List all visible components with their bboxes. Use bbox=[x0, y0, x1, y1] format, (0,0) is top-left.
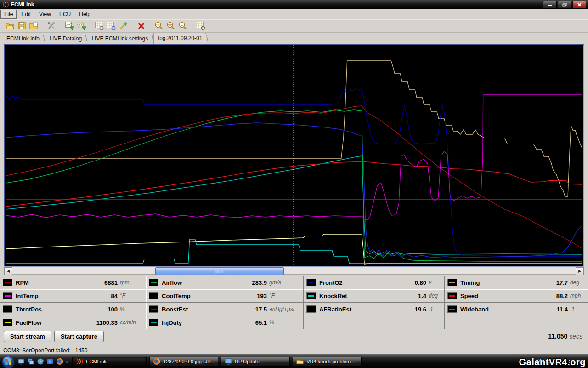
taskbar-button-hp-update[interactable]: HP Update bbox=[221, 356, 290, 367]
trace-rpm bbox=[6, 106, 582, 248]
param-unit: deg bbox=[429, 293, 441, 299]
color-swatch bbox=[3, 279, 12, 286]
graph-scrollbar[interactable]: ◀ ▒▒▒ ▶ bbox=[4, 267, 584, 275]
color-swatch bbox=[149, 292, 158, 299]
legend-cell-fronto2[interactable]: FrontO20.80v bbox=[304, 276, 445, 289]
param-unit: % bbox=[120, 306, 142, 312]
legend-cell-knockret[interactable]: KnockRet1.4deg bbox=[304, 289, 445, 303]
quicklaunch-overflow-chevron[interactable]: » bbox=[64, 359, 71, 364]
param-name: InjDuty bbox=[162, 319, 182, 326]
chart-config-icon[interactable] bbox=[93, 20, 105, 31]
param-value: 17.5 bbox=[188, 306, 267, 313]
param-name: FuelFlow bbox=[16, 319, 41, 326]
param-value: 283.9 bbox=[182, 279, 267, 286]
taskbar-button-label: 128742-0-0-0.jpg (JP... bbox=[163, 359, 214, 364]
ecmlink-icon bbox=[76, 358, 83, 365]
taskbar-button-label: ECMLink bbox=[86, 359, 107, 364]
color-swatch bbox=[149, 319, 158, 326]
param-name: IntTemp bbox=[16, 293, 39, 299]
param-unit: rpm bbox=[120, 279, 142, 286]
graph-canvas[interactable] bbox=[5, 45, 583, 266]
delete-icon[interactable] bbox=[135, 20, 147, 31]
tab-ecmlink-info[interactable]: ECMLink Info bbox=[2, 34, 43, 44]
scroll-left-button[interactable]: ◀ bbox=[4, 267, 12, 275]
legend-cell-timing[interactable]: Timing17.7deg bbox=[445, 276, 588, 289]
window-switcher-icon[interactable] bbox=[26, 356, 35, 367]
cursor-time-readout: 11.050 secs bbox=[548, 333, 582, 340]
start-button[interactable] bbox=[1, 355, 14, 368]
menu-edit[interactable]: Edit bbox=[17, 10, 34, 19]
legend-cell-injduty[interactable]: InjDuty65.1% bbox=[146, 316, 304, 329]
taskbar-button-ecmlink[interactable]: ECMLink bbox=[72, 356, 147, 367]
parameter-legend: RPM6881rpmAirflow283.9gm/sFrontO20.80vTi… bbox=[0, 276, 588, 329]
param-unit: °F bbox=[269, 293, 300, 299]
status-bar: COM3: SerOpenPort failed: : 1450 bbox=[0, 346, 588, 354]
title-bar: ECMLink bbox=[0, 0, 588, 9]
chart-settings-icon[interactable] bbox=[195, 20, 207, 31]
tab-strip: ECMLink Info\LIVE Datalog\LIVE ECMLink s… bbox=[0, 32, 588, 44]
legend-cell-inttemp[interactable]: IntTemp84°F bbox=[0, 289, 146, 303]
param-value: 1100.33 bbox=[41, 319, 118, 326]
scroll-right-button[interactable]: ▶ bbox=[576, 267, 584, 275]
taskbar-button-label: VR4 knock problem ... bbox=[306, 359, 356, 364]
close-button[interactable] bbox=[572, 1, 586, 9]
minimize-button[interactable] bbox=[543, 1, 557, 9]
wand-icon[interactable] bbox=[117, 20, 129, 31]
legend-cell-cooltemp[interactable]: CoolTemp193°F bbox=[146, 289, 304, 303]
start-stream-button[interactable]: Start stream bbox=[4, 331, 51, 342]
color-swatch bbox=[447, 305, 457, 313]
tab-live-ecmlink-settings[interactable]: LIVE ECMLink settings bbox=[87, 34, 152, 44]
param-unit: °F bbox=[120, 293, 142, 299]
param-unit: deg bbox=[570, 279, 584, 286]
taskbar-button-vr4-knock-problem[interactable]: VR4 knock problem ... bbox=[293, 356, 362, 367]
legend-cell-afratioest[interactable]: AFRatioEst19.6:1 bbox=[304, 303, 445, 316]
start-capture-button[interactable]: Start capture bbox=[54, 331, 104, 342]
param-unit: gm/s bbox=[269, 279, 300, 286]
cursor-time-unit: secs bbox=[569, 333, 582, 340]
folder-icon bbox=[296, 358, 304, 365]
legend-cell-fuelflow[interactable]: FuelFlow1100.33cc/min bbox=[0, 316, 146, 329]
trace-injduty bbox=[6, 156, 582, 255]
save-icon[interactable] bbox=[16, 20, 28, 31]
param-unit: -inHg/+psi bbox=[269, 306, 300, 312]
menu-file[interactable]: File bbox=[0, 10, 17, 19]
chart-config-2-icon[interactable] bbox=[105, 20, 117, 31]
export-chart-icon[interactable] bbox=[63, 20, 75, 31]
legend-cell-rpm[interactable]: RPM6881rpm bbox=[0, 276, 146, 289]
toolbar: 1:1... bbox=[0, 19, 588, 33]
legend-cell-boostest[interactable]: BoostEst17.5-inHg/+psi bbox=[146, 303, 304, 316]
legend-cell-speed[interactable]: Speed88.2mph bbox=[445, 289, 588, 303]
firefox-icon[interactable] bbox=[55, 356, 64, 367]
menu-bar: FileEditViewECUHelp bbox=[0, 9, 588, 20]
zoom-horizontal-icon[interactable] bbox=[165, 20, 177, 31]
param-name: Speed bbox=[460, 293, 478, 299]
show-desktop-icon[interactable] bbox=[16, 356, 26, 367]
param-name: BoostEst bbox=[162, 306, 188, 313]
menu-view[interactable]: View bbox=[35, 10, 55, 19]
zoom-actual-icon[interactable]: 1:1 bbox=[153, 20, 165, 31]
datalog-graph[interactable] bbox=[4, 44, 584, 267]
scrollbar-thumb[interactable]: ▒▒▒ bbox=[155, 267, 284, 275]
export-disc-icon[interactable] bbox=[75, 20, 87, 31]
tab-log-2011-09-20-01[interactable]: log.2011.09.20-01 bbox=[153, 33, 207, 44]
legend-cell-throtpos[interactable]: ThrotPos100% bbox=[0, 303, 146, 316]
restore-button[interactable] bbox=[558, 1, 571, 9]
internet-explorer-icon[interactable]: e bbox=[35, 356, 45, 367]
legend-cell-wideband[interactable]: Wideband11.4:1 bbox=[445, 303, 588, 316]
menu-ecu[interactable]: ECU bbox=[56, 10, 74, 19]
param-name: CoolTemp bbox=[162, 293, 191, 299]
param-value: 19.6 bbox=[351, 306, 426, 313]
tools-icon[interactable] bbox=[45, 20, 57, 31]
save-as-icon[interactable] bbox=[28, 20, 40, 31]
tab-live-datalog[interactable]: LIVE Datalog bbox=[45, 34, 85, 44]
color-swatch bbox=[3, 292, 12, 299]
param-value: 6881 bbox=[29, 279, 118, 286]
firefox-icon bbox=[153, 358, 160, 365]
legend-cell-airflow[interactable]: Airflow283.9gm/s bbox=[146, 276, 304, 289]
open-icon[interactable] bbox=[4, 20, 16, 31]
taskbar-button-128742-0-0-0-jpg-jp[interactable]: 128742-0-0-0.jpg (JP... bbox=[149, 356, 218, 367]
zoom-more-icon[interactable]: ... bbox=[177, 20, 189, 31]
media-player-icon[interactable] bbox=[45, 356, 55, 367]
menu-help[interactable]: Help bbox=[75, 10, 94, 19]
status-message: COM3: SerOpenPort failed: : 1450 bbox=[1, 347, 587, 354]
